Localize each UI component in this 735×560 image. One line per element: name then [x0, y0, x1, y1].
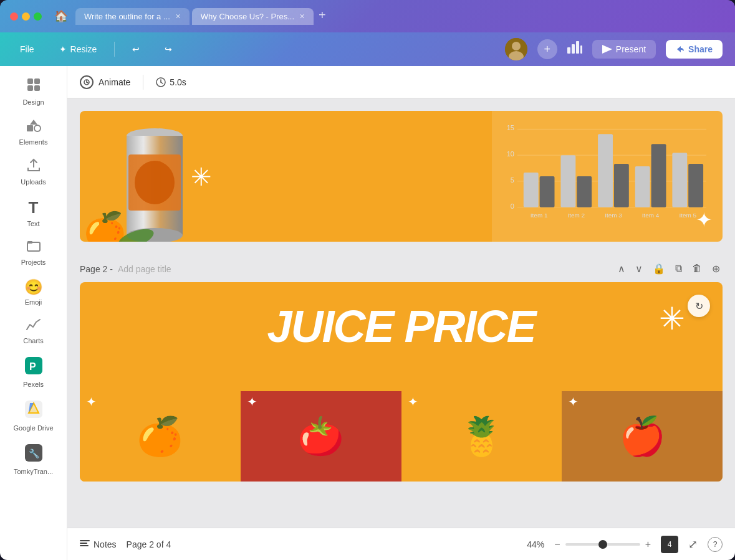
tomato-juice-icon: 🍅 — [297, 414, 344, 458]
app-window: 🏠 Write the outline for a ... ✕ Why Choo… — [0, 0, 735, 560]
sidebar-item-google-drive[interactable]: Google Drive — [6, 394, 62, 438]
sidebar-google-drive-label: Google Drive — [13, 424, 53, 432]
google-drive-icon — [25, 401, 42, 422]
svg-rect-10 — [27, 85, 33, 91]
svg-line-29 — [161, 82, 163, 83]
traffic-lights — [10, 12, 42, 21]
undo-button[interactable]: ↩ — [125, 40, 147, 58]
sidebar-item-projects[interactable]: Projects — [6, 234, 62, 272]
grid-view-button[interactable]: 4 — [661, 536, 678, 553]
sidebar-item-emoji[interactable]: 😊 Emoji — [6, 272, 62, 312]
tabs-container: Write the outline for a ... ✕ Why Choose… — [75, 8, 725, 25]
pexels-icon: P — [25, 357, 42, 378]
svg-rect-48 — [560, 155, 575, 207]
svg-rect-61 — [80, 540, 90, 541]
tab-1-close[interactable]: ✕ — [175, 12, 181, 21]
slide-controls: ∧ ∨ 🔒 ⧉ 🗑 ⊕ — [615, 260, 723, 277]
zoom-thumb[interactable] — [598, 540, 607, 549]
page-info: Page 2 of 4 — [127, 539, 171, 549]
juice-price-title: JUICE PRICE — [80, 282, 723, 352]
notes-label: Notes — [94, 539, 117, 549]
zoom-out-icon[interactable]: − — [554, 539, 560, 550]
svg-rect-8 — [27, 78, 33, 84]
svg-rect-11 — [34, 85, 40, 91]
slide-1[interactable]: ✳ 🍊 15 10 — [80, 111, 723, 242]
sparkle-orange: ✦ — [86, 394, 97, 409]
sidebar-text-label: Text — [27, 220, 39, 227]
svg-marker-7 — [602, 45, 612, 54]
animate-button[interactable]: Animate — [80, 75, 130, 89]
slide-label-text: Page 2 - Add page title — [80, 264, 171, 274]
sidebar-item-elements[interactable]: Elements — [6, 112, 62, 152]
slide-down-button[interactable]: ∨ — [633, 260, 645, 277]
share-button[interactable]: Share — [666, 40, 723, 59]
page-2-label: Page 2 - — [80, 264, 113, 274]
grid-label: 4 — [668, 540, 672, 549]
sidebar-item-pexels[interactable]: P Pexels — [6, 351, 62, 394]
slide-lock-button[interactable]: 🔒 — [650, 260, 668, 277]
tab-2[interactable]: Why Choose Us? - Pres... ✕ — [192, 8, 314, 25]
sidebar-item-uploads[interactable]: Uploads — [6, 152, 62, 192]
help-button[interactable]: ? — [708, 537, 723, 552]
resize-button[interactable]: ✦ Resize — [52, 40, 105, 58]
slide-add-button[interactable]: ⊕ — [709, 260, 723, 277]
sidebar-emoji-label: Emoji — [25, 298, 42, 306]
svg-text:Item 3: Item 3 — [605, 212, 622, 219]
projects-icon — [27, 240, 41, 256]
slide-up-button[interactable]: ∧ — [615, 260, 628, 277]
sparkle-icon-1: ✦ — [696, 208, 713, 232]
slide-delete-button[interactable]: 🗑 — [689, 260, 704, 277]
sparkle-tomato: ✦ — [247, 394, 257, 409]
close-window-button[interactable] — [10, 12, 18, 21]
stats-icon[interactable] — [567, 41, 582, 57]
svg-rect-4 — [572, 44, 575, 54]
resize-label: Resize — [70, 44, 97, 54]
undo-icon: ↩ — [132, 44, 140, 54]
slide-1-left: ✳ 🍊 — [80, 111, 492, 242]
canvas-area[interactable]: ✳ 🍊 15 10 — [67, 98, 735, 528]
toolbar-separator — [114, 42, 115, 57]
refresh-button[interactable]: ↻ — [688, 295, 710, 317]
title-bar: 🏠 Write the outline for a ... ✕ Why Choo… — [0, 0, 735, 32]
maximize-window-button[interactable] — [34, 12, 42, 21]
add-person-button[interactable]: + — [537, 39, 557, 59]
zoom-in-icon[interactable]: + — [645, 539, 651, 550]
sidebar-item-tomky[interactable]: 🔧 TomkyTran... — [6, 438, 62, 482]
tab-1-label: Write the outline for a ... — [84, 12, 170, 21]
resize-icon: ✦ — [59, 44, 67, 54]
file-menu-button[interactable]: File — [12, 40, 42, 58]
page-title-placeholder[interactable]: Add page title — [118, 264, 171, 274]
sidebar-item-charts[interactable]: Charts — [6, 312, 62, 351]
avatar[interactable] — [505, 38, 527, 60]
expand-button[interactable]: ⤢ — [688, 538, 698, 551]
slide-duplicate-button[interactable]: ⧉ — [673, 260, 685, 277]
present-button[interactable]: Present — [592, 40, 656, 59]
orange-juice-icon: 🍊 — [137, 414, 183, 458]
svg-text:Item 1: Item 1 — [531, 212, 548, 219]
file-label: File — [20, 44, 34, 54]
svg-text:Item 4: Item 4 — [642, 212, 660, 219]
slide-2-label-row: Page 2 - Add page title ∧ ∨ 🔒 ⧉ 🗑 ⊕ — [80, 260, 723, 277]
sparkle-apple: ✦ — [568, 394, 579, 409]
svg-rect-55 — [688, 164, 703, 207]
sidebar-item-design[interactable]: Design — [6, 71, 62, 112]
tab-1[interactable]: Write the outline for a ... ✕ — [75, 8, 190, 25]
slide-2[interactable]: JUICE PRICE ✳ ✦ 🍊 ✦ 🍅 — [80, 282, 723, 482]
tab-2-label: Why Choose Us? - Pres... — [201, 12, 294, 21]
add-tab-button[interactable]: + — [319, 8, 326, 25]
minimize-window-button[interactable] — [22, 12, 30, 21]
zoom-slider[interactable]: − + — [554, 539, 651, 550]
svg-text:10: 10 — [507, 150, 514, 158]
zoom-track[interactable] — [565, 543, 640, 546]
can-illustration: ✳ 🍊 — [80, 111, 267, 242]
tab-2-close[interactable]: ✕ — [299, 12, 305, 21]
home-button[interactable]: 🏠 — [54, 9, 68, 23]
svg-rect-6 — [580, 45, 582, 54]
canvas-column: Animate 5.0s — [67, 66, 735, 560]
notes-button[interactable]: Notes — [80, 539, 117, 549]
redo-button[interactable]: ↪ — [157, 40, 180, 58]
svg-text:5: 5 — [511, 176, 514, 184]
sidebar-item-text[interactable]: T Text — [6, 192, 62, 234]
time-button[interactable]: 5.0s — [156, 77, 186, 87]
svg-rect-5 — [576, 41, 579, 54]
